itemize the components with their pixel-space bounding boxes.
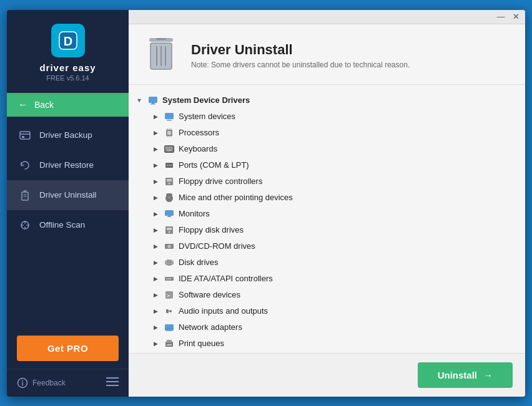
tree-child-item[interactable]: ▶ Processors xyxy=(129,125,525,141)
tree-child-item[interactable]: ▶ Print queues xyxy=(129,336,525,352)
device-label-5: Mice and other pointing devices xyxy=(179,193,518,202)
uninstall-btn-label: Uninstall xyxy=(438,370,477,380)
mice-icon xyxy=(164,192,175,203)
get-pro-button[interactable]: Get PRO xyxy=(17,336,119,361)
svg-rect-79 xyxy=(166,309,169,313)
svg-rect-80 xyxy=(165,324,174,331)
ports-icon xyxy=(164,160,175,171)
svg-rect-59 xyxy=(166,193,172,196)
uninstall-label: Driver Uninstall xyxy=(39,190,97,200)
floppy-drive-icon xyxy=(164,225,175,236)
chevron-right-icon: ▶ xyxy=(151,291,160,299)
device-label-7: Floppy disk drives xyxy=(179,225,518,234)
tree-child-item[interactable]: ▶ DVD/CD-ROM drives xyxy=(129,238,525,254)
uninstall-icon xyxy=(18,188,32,202)
tree-child-item[interactable]: ▶ Audio inputs and outputs xyxy=(129,303,525,319)
svg-rect-30 xyxy=(165,113,174,119)
close-button[interactable]: ✕ xyxy=(511,12,520,21)
svg-rect-2 xyxy=(20,132,30,139)
tree-child-item[interactable]: ▶ IDE ATA/ATAPI controllers xyxy=(129,271,525,287)
offline-scan-icon xyxy=(18,218,32,232)
logo-icon: D xyxy=(51,24,85,57)
svg-rect-46 xyxy=(167,148,169,150)
device-label-3: Ports (COM & LPT) xyxy=(179,160,518,170)
logo-area: D driver easy FREE v5.6.14 xyxy=(7,10,129,92)
svg-rect-62 xyxy=(169,215,170,216)
software-icon: >_ xyxy=(164,289,175,301)
sidebar-item-driver-backup[interactable]: Driver Backup xyxy=(7,120,129,150)
device-label-10: IDE ATA/ATAPI controllers xyxy=(179,274,518,283)
sidebar-item-driver-uninstall[interactable]: Driver Uninstall xyxy=(7,180,129,210)
svg-rect-64 xyxy=(167,228,172,230)
tree-child-item[interactable]: ▶ System devices xyxy=(129,109,525,125)
restore-icon xyxy=(18,158,32,172)
back-label: Back xyxy=(34,100,54,110)
trash-icon xyxy=(144,37,179,74)
svg-rect-27 xyxy=(149,97,157,103)
chevron-right-icon: ▶ xyxy=(151,177,160,186)
sidebar-item-offline-scan[interactable]: Offline Scan xyxy=(7,210,129,240)
ide-icon xyxy=(164,273,175,284)
tree-child-item[interactable]: ▶ Monitors xyxy=(129,206,525,222)
tree-child-item[interactable]: ▶ Disk drives xyxy=(129,254,525,271)
sidebar-item-driver-restore[interactable]: Driver Restore xyxy=(7,150,129,180)
tree-child-item[interactable]: ▶ Floppy drive controllers xyxy=(129,173,525,190)
floppy-ctrl-icon xyxy=(164,176,175,187)
chevron-right-icon: ▶ xyxy=(151,145,160,153)
device-label-6: Monitors xyxy=(179,209,518,218)
app-window: D driver easy FREE v5.6.14 ← Back Driver… xyxy=(7,10,525,397)
minimize-button[interactable]: — xyxy=(496,12,505,21)
tree-child-item[interactable]: ▶ Mice and other pointing devices xyxy=(129,190,525,206)
svg-rect-4 xyxy=(22,136,24,138)
disk-icon xyxy=(164,257,175,268)
chevron-down-icon: ▼ xyxy=(135,96,144,105)
svg-rect-86 xyxy=(167,340,172,343)
svg-rect-47 xyxy=(169,148,170,150)
backup-label: Driver Backup xyxy=(39,130,92,140)
print-icon xyxy=(164,338,175,349)
tree-child-item[interactable]: ▶ >_ Software devices xyxy=(129,287,525,303)
svg-rect-87 xyxy=(167,344,172,346)
tree-root-item[interactable]: ▼ System Device Drivers xyxy=(129,92,525,109)
footer-bar: Uninstall → xyxy=(129,353,525,397)
chevron-right-icon: ▶ xyxy=(151,112,160,121)
chevron-right-icon: ▶ xyxy=(151,226,160,234)
device-label-8: DVD/CD-ROM drives xyxy=(179,241,518,251)
tree-child-item[interactable]: ▶ Ports (COM & LPT) xyxy=(129,157,525,173)
dvd-icon xyxy=(164,241,175,252)
svg-rect-49 xyxy=(167,150,172,151)
menu-icon[interactable] xyxy=(106,377,119,389)
device-list-container[interactable]: ▼ System Device Drivers ▶ xyxy=(129,85,525,353)
title-bar: — ✕ xyxy=(129,10,525,24)
tree-child-item[interactable]: ▶ xyxy=(129,141,525,157)
root-device-label: System Device Drivers xyxy=(162,95,518,105)
tree-child-item[interactable]: ▶ Network adapters xyxy=(129,319,525,336)
svg-rect-53 xyxy=(170,165,172,166)
sidebar: D driver easy FREE v5.6.14 ← Back Driver… xyxy=(7,10,129,397)
feedback-button[interactable]: Feedback xyxy=(17,377,66,389)
uninstall-button[interactable]: Uninstall → xyxy=(418,362,513,388)
restore-label: Driver Restore xyxy=(39,160,94,170)
network-icon xyxy=(164,322,175,333)
svg-rect-42 xyxy=(167,147,169,148)
backup-icon xyxy=(18,128,32,142)
chevron-right-icon: ▶ xyxy=(151,323,160,332)
audio-icon xyxy=(164,306,175,317)
back-button[interactable]: ← Back xyxy=(7,93,129,117)
tree-child-item[interactable]: ▶ Floppy disk drives xyxy=(129,222,525,238)
chevron-right-icon: ▶ xyxy=(151,128,160,137)
svg-rect-31 xyxy=(167,120,172,121)
svg-rect-52 xyxy=(169,165,170,166)
uninstall-arrow-icon: → xyxy=(483,370,493,380)
svg-rect-22 xyxy=(156,38,166,40)
svg-point-72 xyxy=(169,261,170,263)
svg-rect-51 xyxy=(167,165,168,166)
chevron-right-icon: ▶ xyxy=(151,161,160,170)
device-label-12: Audio inputs and outputs xyxy=(179,306,518,316)
device-label-1: Processors xyxy=(179,128,518,137)
device-label-4: Floppy drive controllers xyxy=(179,176,518,186)
chevron-right-icon: ▶ xyxy=(151,274,160,283)
svg-rect-74 xyxy=(166,278,167,279)
svg-text:D: D xyxy=(63,34,72,48)
sidebar-footer: Feedback xyxy=(7,369,129,397)
